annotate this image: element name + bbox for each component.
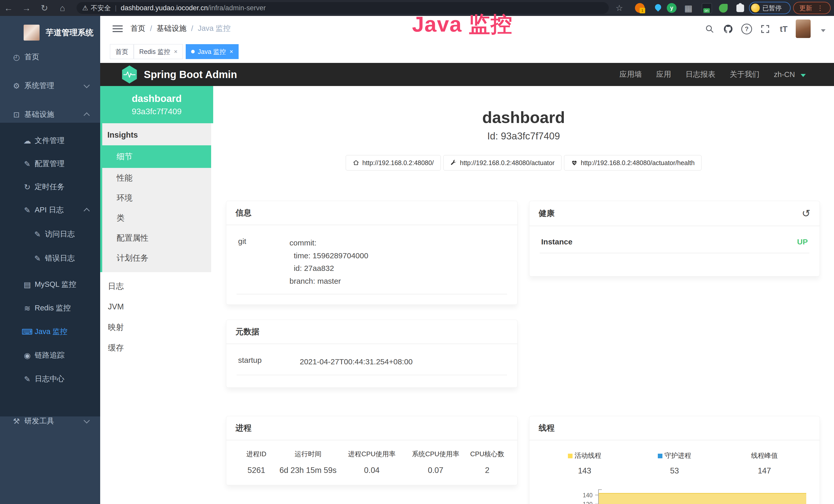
browser-forward-icon[interactable]: →: [20, 0, 33, 16]
sidebar-item-system-management[interactable]: ⚙ 系统管理: [0, 74, 100, 97]
sba-item-logs[interactable]: 日志: [100, 276, 213, 297]
page-title: dashboard: [213, 108, 834, 127]
profile-avatar-emoji: [751, 4, 760, 12]
github-icon[interactable]: [722, 23, 734, 36]
browser-reload-icon[interactable]: ↻: [38, 0, 51, 16]
log-icon: ✎: [22, 206, 33, 215]
health-instance-row[interactable]: Instance UP: [540, 235, 809, 253]
sidebar-item-home[interactable]: ◴ 首页: [0, 45, 100, 69]
extensions-puzzle-icon[interactable]: [735, 3, 745, 13]
browser-home-icon[interactable]: ⌂: [56, 0, 69, 16]
extension-badge-count: 1: [640, 8, 645, 13]
sba-nav-about[interactable]: 关于我们: [730, 69, 760, 79]
process-uptime-value: 6d 23h 15m 59s: [276, 466, 340, 475]
sba-item-config-props[interactable]: 配置属性: [102, 228, 211, 248]
info-card-header: 信息: [226, 201, 517, 225]
ytick-140: 140: [570, 492, 593, 499]
history-icon[interactable]: ↺: [802, 207, 810, 219]
tag-redis-monitor[interactable]: Redis 监控 ×: [134, 44, 183, 59]
sidebar-item-java-monitor[interactable]: ⌨ Java 监控: [0, 320, 100, 343]
log-icon: ✎: [32, 254, 43, 263]
sba-item-scheduled[interactable]: 计划任务: [102, 248, 211, 268]
hamburger-icon[interactable]: [112, 24, 123, 33]
profile-paused-chip[interactable]: 已暂停: [749, 2, 791, 14]
sidebar-item-api-logs[interactable]: ✎ API 日志: [0, 199, 100, 222]
sba-item-environment[interactable]: 环境: [102, 188, 211, 208]
database-icon: ▤: [22, 280, 33, 289]
extension-icon-orange[interactable]: 1: [635, 3, 645, 13]
font-size-icon[interactable]: tT: [777, 23, 790, 36]
breadcrumb: 首页 / 基础设施 / Java 监控: [130, 16, 231, 41]
breadcrumb-home[interactable]: 首页: [130, 23, 146, 33]
sba-item-metrics[interactable]: 性能: [102, 168, 211, 188]
sba-brand-title[interactable]: Spring Boot Admin: [144, 63, 237, 86]
app-title: 芋道管理系统: [46, 27, 93, 38]
extension-icon-green-y[interactable]: y: [667, 3, 677, 13]
metadata-startup-label: startup: [238, 356, 300, 368]
sba-instance-card[interactable]: dashboard 93a3fc7f7409: [100, 86, 213, 123]
url-divider: |: [115, 4, 117, 12]
metadata-startup-value: 2021-04-27T00:44:31.254+08:00: [300, 356, 505, 368]
tag-java-monitor[interactable]: Java 监控 ×: [186, 44, 239, 59]
legend-daemon-threads: 守护进程 53: [630, 451, 720, 476]
sba-nav-wallboard[interactable]: 应用墙: [619, 69, 642, 79]
actuator-url-button[interactable]: http://192.168.0.2:48080/actuator: [443, 155, 562, 170]
browser-back-icon[interactable]: ←: [2, 0, 15, 16]
paused-label: 已暂停: [762, 4, 782, 12]
sidebar-item-access-logs[interactable]: ✎ 访问日志: [0, 223, 100, 246]
chrome-update-button[interactable]: 更新 ⋮: [793, 2, 831, 14]
sidebar-item-file-management[interactable]: ☁ 文件管理: [0, 129, 100, 152]
sba-item-classes[interactable]: 类: [102, 208, 211, 228]
help-icon[interactable]: ?: [740, 23, 753, 36]
sidebar-item-scheduled-tasks[interactable]: ↻ 定时任务: [0, 175, 100, 199]
extension-icon-grid[interactable]: ▦: [683, 3, 694, 13]
service-url-button[interactable]: http://192.168.0.2:48080/: [346, 155, 441, 170]
avatar-caret-icon[interactable]: [821, 29, 826, 32]
threads-card: 线程 活动线程 143 守护进程 53 线程峰值 147: [529, 416, 820, 504]
breadcrumb-infrastructure[interactable]: 基础设施: [157, 23, 186, 33]
wrench-icon: [450, 159, 457, 166]
search-icon[interactable]: [703, 23, 716, 36]
close-icon[interactable]: ×: [229, 48, 233, 55]
extension-icon-tampermonkey[interactable]: on: [702, 3, 712, 13]
gear-icon: ⚙: [11, 82, 22, 90]
sba-nav-journal[interactable]: 日志报表: [685, 69, 715, 79]
health-card: 健康 ↺ Instance UP: [529, 201, 820, 276]
monitor-icon: ⊡: [11, 110, 22, 119]
sidebar-item-redis-monitor[interactable]: ≋ Redis 监控: [0, 297, 100, 320]
extension-icon-pin[interactable]: [653, 3, 663, 13]
health-url-button[interactable]: http://192.168.0.2:48080/actuator/health: [564, 155, 701, 170]
sba-nav-applications[interactable]: 应用: [656, 69, 671, 79]
sidebar-item-config-management[interactable]: ✎ 配置管理: [0, 152, 100, 175]
sba-locale-select[interactable]: zh-CN: [774, 70, 806, 79]
chevron-down-icon: [84, 417, 90, 423]
sba-item-caches[interactable]: 缓存: [100, 338, 213, 358]
tag-home[interactable]: 首页: [110, 44, 134, 59]
user-avatar[interactable]: [796, 20, 811, 38]
heartbeat-icon: [571, 159, 578, 166]
extension-icon-leaf[interactable]: [718, 3, 728, 13]
chevron-down-icon: [84, 82, 90, 88]
sba-group-label: Insights: [102, 123, 211, 145]
spring-boot-admin-logo[interactable]: [121, 66, 138, 84]
process-card: 进程 进程ID 5261 运行时间 6d 23h 15m 59s 进程CPU使用…: [226, 416, 518, 485]
sba-item-mappings[interactable]: 映射: [100, 317, 213, 338]
chevron-up-icon: [84, 112, 90, 118]
extension-badge-on: on: [703, 8, 710, 13]
sidebar-item-tracing[interactable]: ◉ 链路追踪: [0, 344, 100, 367]
sidebar-item-infrastructure[interactable]: ⊡ 基础设施: [0, 103, 100, 126]
not-secure-label[interactable]: 不安全: [91, 4, 111, 13]
sba-main: dashboard Id: 93a3fc7f7409 http://192.16…: [213, 86, 834, 504]
close-icon[interactable]: ×: [174, 48, 177, 55]
bookmark-star-icon[interactable]: ☆: [613, 0, 626, 16]
app-logo-row[interactable]: 芋道管理系统: [0, 21, 100, 44]
fullscreen-icon[interactable]: [759, 23, 772, 36]
browser-menu-dots-icon[interactable]: ⋮: [817, 4, 824, 12]
sidebar-item-error-logs[interactable]: ✎ 错误日志: [0, 247, 100, 270]
sba-item-jvm[interactable]: JVM: [100, 297, 213, 317]
sba-instance-name: dashboard: [100, 93, 213, 104]
sidebar-item-mysql-monitor[interactable]: ▤ MySQL 监控: [0, 273, 100, 296]
sba-item-details[interactable]: 细节: [102, 145, 211, 168]
sidebar-item-log-center[interactable]: ✎ 日志中心: [0, 367, 100, 391]
sidebar-item-dev-tools[interactable]: ⚒ 研发工具: [0, 410, 100, 433]
